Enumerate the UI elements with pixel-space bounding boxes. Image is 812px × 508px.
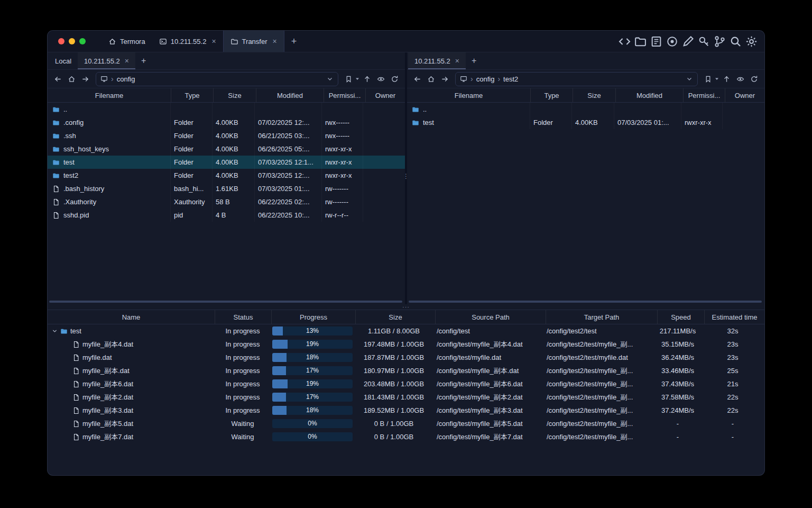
forward-button[interactable] [79, 73, 91, 85]
column-header-filename[interactable]: Filename [407, 88, 531, 102]
transfer-row[interactable]: myfile_副本3.datIn progress18%189.52MB / 1… [48, 404, 764, 417]
refresh-button[interactable] [748, 73, 760, 85]
home-button[interactable] [425, 73, 437, 85]
show-hidden-button[interactable] [734, 73, 746, 85]
horizontal-scrollbar[interactable] [409, 301, 762, 303]
new-panel-tab-button[interactable]: + [466, 52, 482, 69]
transfer-row[interactable]: myfile_副本6.datIn progress19%203.48MB / 1… [48, 377, 764, 391]
panel-tab-10-211-55-2[interactable]: 10.211.55.2× [408, 52, 466, 69]
chevron-expand-icon[interactable] [52, 328, 58, 334]
filename-cell: test [48, 156, 171, 169]
refresh-button[interactable] [389, 73, 401, 85]
back-button[interactable] [52, 73, 64, 85]
upload-button[interactable] [721, 73, 733, 85]
file-row[interactable]: testFolder4.00KB07/03/2025 12:1...rwxr-x… [48, 156, 405, 169]
close-tab-icon[interactable]: × [125, 57, 129, 65]
size-cell: 4.00KB [572, 116, 614, 129]
column-header-type[interactable]: Type [171, 88, 214, 102]
permissions-cell: rwxr-xr-x [322, 169, 363, 182]
column-header-owner[interactable]: Owner [366, 88, 405, 102]
column-header-source-path[interactable]: Source Path [436, 310, 546, 324]
column-header-owner[interactable]: Owner [725, 88, 764, 102]
file-row[interactable]: .XauthorityXauthority58 B06/22/2025 02:.… [48, 195, 405, 208]
breadcrumb[interactable]: ›config›test2 [455, 72, 698, 86]
upload-button[interactable] [361, 73, 373, 85]
show-hidden-button[interactable] [375, 73, 387, 85]
transfer-row[interactable]: myfile_副本7.datWaiting0%0 B / 1.00GB/conf… [48, 430, 764, 443]
column-header-filename[interactable]: Filename [48, 88, 171, 102]
column-header-speed[interactable]: Speed [658, 310, 705, 324]
column-header-size[interactable]: Size [573, 88, 616, 102]
transfer-row[interactable]: myfile_副本5.datWaiting0%0 B / 1.00GB/conf… [48, 417, 764, 430]
source-path-cell: /config/test/myfile_副本2.dat [433, 391, 543, 404]
breadcrumb-item[interactable]: test2 [503, 75, 518, 83]
column-header-name[interactable]: Name [48, 310, 215, 324]
column-header-size[interactable]: Size [356, 310, 436, 324]
speed-cell: 37.24MB/s [654, 404, 701, 417]
file-row[interactable]: sshd.pidpid4 B06/22/2025 10:...rw-r--r-- [48, 208, 405, 222]
column-header-status[interactable]: Status [215, 310, 272, 324]
file-row[interactable]: test2Folder4.00KB07/03/2025 12:...rwxr-x… [48, 169, 405, 182]
caret-down-icon[interactable] [355, 77, 359, 81]
folder-icon[interactable] [634, 35, 647, 48]
search-icon[interactable] [729, 35, 742, 48]
home-button[interactable] [66, 73, 78, 85]
column-header-permissi[interactable]: Permissi... [684, 88, 725, 102]
filename-cell: ssh_host_keys [48, 142, 171, 156]
column-header-modified[interactable]: Modified [616, 88, 684, 102]
speed-cell: 37.58MB/s [654, 391, 701, 404]
bookmark-button[interactable] [343, 73, 355, 85]
titlebar-tab-transfer[interactable]: Transfer× [223, 31, 284, 52]
transfer-row[interactable]: myfile_副本2.datIn progress17%181.43MB / 1… [48, 391, 764, 404]
close-tab-icon[interactable]: × [455, 57, 459, 65]
branch-icon[interactable] [713, 35, 726, 48]
new-panel-tab-button[interactable]: + [135, 52, 152, 69]
column-header-estimated-time[interactable]: Estimated time [705, 310, 764, 324]
forward-button[interactable] [439, 73, 451, 85]
column-header-type[interactable]: Type [531, 88, 573, 102]
file-row[interactable]: .. [48, 103, 405, 116]
column-header-size[interactable]: Size [214, 88, 256, 102]
panel-tab-local[interactable]: Local [49, 52, 78, 69]
column-header-progress[interactable]: Progress [272, 310, 356, 324]
breadcrumb[interactable]: ›config [96, 72, 338, 86]
record-icon[interactable] [666, 35, 679, 48]
macro-icon[interactable] [650, 35, 663, 48]
file-row[interactable]: ssh_host_keysFolder4.00KB06/26/2025 05:.… [48, 142, 405, 156]
transfer-row[interactable]: testIn progress13%1.11GB / 8.00GB/config… [48, 324, 764, 338]
file-row[interactable]: .configFolder4.00KB07/02/2025 12:...rwx-… [48, 116, 405, 129]
chevron-down-icon[interactable] [686, 75, 693, 83]
close-tab-icon[interactable]: × [273, 38, 277, 45]
new-terminal-tab-button[interactable]: + [284, 31, 304, 52]
file-row[interactable]: .. [407, 103, 764, 116]
close-tab-icon[interactable]: × [211, 38, 216, 45]
horizontal-splitter[interactable]: ··· [48, 304, 764, 310]
edit-icon[interactable] [681, 35, 695, 48]
breadcrumb-item[interactable]: config [117, 75, 135, 83]
column-header-target-path[interactable]: Target Path [546, 310, 658, 324]
key-icon[interactable] [697, 35, 710, 48]
panel-tab-10-211-55-2[interactable]: 10.211.55.2× [78, 52, 135, 69]
file-row[interactable]: .bash_historybash_hi...1.61KB07/03/2025 … [48, 182, 405, 195]
bookmark-button[interactable] [702, 73, 714, 85]
transfer-name-cell: myfile_副本7.dat [48, 430, 215, 443]
transfer-row[interactable]: myfile_副本4.datIn progress19%197.48MB / 1… [48, 338, 764, 351]
column-header-modified[interactable]: Modified [256, 88, 324, 102]
minimize-button[interactable] [69, 38, 75, 44]
zoom-button[interactable] [79, 38, 86, 44]
titlebar-tab-10-211-55-2[interactable]: 10.211.55.2× [152, 31, 223, 52]
column-header-permissi[interactable]: Permissi... [324, 88, 366, 102]
transfer-row[interactable]: myfile.datIn progress18%187.87MB / 1.00G… [48, 351, 764, 364]
horizontal-scrollbar[interactable] [49, 301, 402, 303]
back-button[interactable] [411, 73, 423, 85]
settings-icon[interactable] [745, 35, 758, 48]
code-icon[interactable] [618, 35, 631, 48]
titlebar-tab-termora[interactable]: Termora [102, 31, 152, 52]
transfer-row[interactable]: myfile_副本.datIn progress17%180.97MB / 1.… [48, 364, 764, 377]
file-row[interactable]: testFolder4.00KB07/03/2025 01:...rwxr-xr… [407, 116, 764, 129]
close-button[interactable] [58, 38, 64, 44]
chevron-down-icon[interactable] [326, 75, 334, 83]
file-row[interactable]: .sshFolder4.00KB06/21/2025 03:...rwx----… [48, 129, 405, 142]
breadcrumb-item[interactable]: config [476, 75, 495, 83]
caret-down-icon[interactable] [715, 77, 719, 81]
